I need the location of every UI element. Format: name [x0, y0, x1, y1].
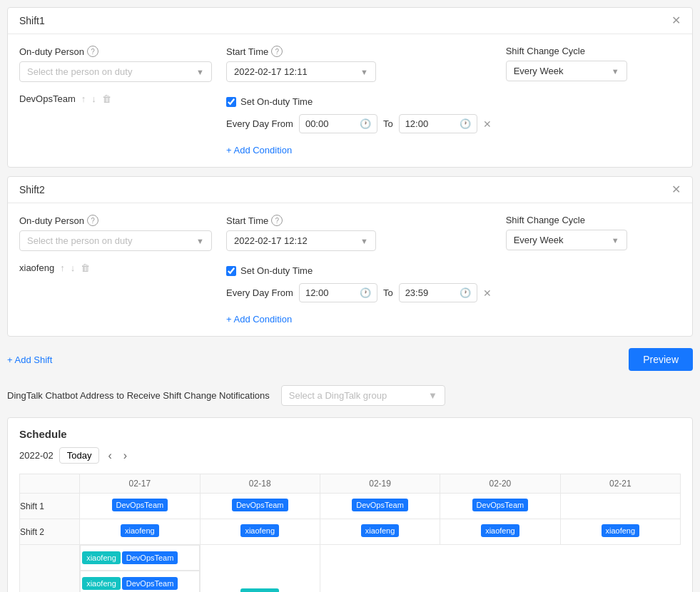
- shift2-to-time-input[interactable]: 23:59 🕐: [399, 283, 477, 302]
- dingtalk-chevron-icon: ▼: [428, 390, 437, 401]
- shift2-to-time-value: 23:59: [405, 287, 429, 298]
- schedule-col-0217: 02-17: [80, 474, 200, 494]
- shift2-duty-chevron-icon: ▼: [196, 237, 204, 245]
- schedule-shift1-chip-2: DevOpsTeam: [352, 499, 408, 511]
- shift1-cycle-chevron-icon: ▼: [612, 67, 619, 76]
- schedule-shift2-cell-4: xiaofeng: [560, 519, 680, 545]
- shift1-close-button[interactable]: ✕: [671, 15, 681, 26]
- shift2-time-chevron-icon: ▼: [360, 237, 368, 245]
- schedule-shift2-cell-3: xiaofeng: [440, 519, 560, 545]
- shift1-person-down-button[interactable]: ↓: [90, 92, 98, 106]
- shift1-onduty-checkbox[interactable]: [226, 97, 236, 107]
- schedule-scheduling-cell-0: xiaofeng DevOpsTeam: [80, 545, 199, 571]
- schedule-shift1-cell-2: DevOpsTeam: [320, 494, 440, 519]
- schedule-shift1-cell-0: DevOpsTeam: [80, 494, 200, 519]
- shift1-from-time-input[interactable]: 00:00 🕐: [299, 114, 377, 133]
- shift1-person-tag: DevOpsTeam: [19, 93, 76, 104]
- shift1-start-time-dropdown[interactable]: 2022-02-17 12:11 ▼: [226, 61, 376, 82]
- schedule-shift2-label: Shift 2: [20, 519, 80, 545]
- shift2-time-range-row: Every Day From 12:00 🕐 To 23:59 🕐 ✕: [226, 283, 492, 302]
- shift2-cycle-chevron-icon: ▼: [612, 236, 619, 245]
- schedule-header-empty: [20, 474, 80, 494]
- schedule-shift1-chip-1: DevOpsTeam: [232, 499, 288, 511]
- schedule-scheduling-chip-cyan-1: xiaofeng: [82, 577, 121, 590]
- shift2-onduty-checkbox[interactable]: [226, 266, 236, 276]
- schedule-shift1-chip-3: DevOpsTeam: [472, 499, 529, 511]
- shift1-start-time-value: 2022-02-17 12:11: [234, 66, 308, 77]
- add-shift-button[interactable]: + Add Shift: [7, 354, 52, 365]
- shift2-tag-actions: ↑ ↓ 🗑: [59, 261, 91, 275]
- dingtalk-group-dropdown[interactable]: Select a DingTalk group ▼: [281, 385, 445, 406]
- shift1-from-time-value: 00:00: [305, 118, 329, 129]
- shift1-header: Shift1 ✕: [8, 8, 692, 34]
- shift1-to-time-value: 12:00: [405, 118, 429, 129]
- schedule-month-label: 2022-02: [19, 450, 54, 461]
- schedule-shift2-chip-0: xiaofeng: [121, 524, 159, 537]
- shift1-duty-help-icon[interactable]: ?: [87, 46, 98, 57]
- shift1-cycle-group: Shift Change Cycle Every Week ▼: [506, 46, 627, 81]
- schedule-scheduling-chip-blue-1: DevOpsTeam: [122, 577, 178, 590]
- shift2-duty-help-icon[interactable]: ?: [87, 215, 98, 226]
- preview-button[interactable]: Preview: [629, 348, 693, 371]
- shift2-cycle-dropdown[interactable]: Every Week ▼: [506, 230, 627, 250]
- schedule-scheduling-chip-cyan-0: xiaofeng: [82, 551, 121, 564]
- schedule-shift2-cell-1: xiaofeng: [200, 519, 320, 545]
- shift2-duty-person-dropdown[interactable]: Select the person on duty ▼: [19, 230, 212, 251]
- shift1-add-condition-button[interactable]: + Add Condition: [226, 145, 492, 155]
- shift1-duty-person-label: On-duty Person ?: [19, 46, 212, 57]
- schedule-col-0218: 02-18: [200, 474, 320, 494]
- shift2-duty-person-label: On-duty Person ?: [19, 215, 212, 226]
- shift1-person-up-button[interactable]: ↑: [80, 92, 88, 106]
- schedule-shift2-cell-0: xiaofeng: [80, 519, 200, 545]
- schedule-col-0221: 02-21: [560, 474, 680, 494]
- shift1-checkbox-row: Set On-duty Time: [226, 96, 492, 107]
- schedule-scheduling-cell-1: xiaofeng DevOpsTeam: [80, 571, 199, 592]
- shift2-cycle-label-text: Shift Change Cycle: [506, 215, 585, 225]
- schedule-col-0219: 02-19: [320, 474, 440, 494]
- shift1-to-time-input[interactable]: 12:00 🕐: [399, 114, 477, 133]
- bottom-actions-bar: + Add Shift Preview: [7, 345, 693, 374]
- shift1-to-label: To: [383, 118, 393, 129]
- shift2-time-help-icon[interactable]: ?: [271, 215, 283, 226]
- shift1-remove-time-button[interactable]: ✕: [483, 118, 492, 130]
- shift2-close-button[interactable]: ✕: [671, 184, 681, 195]
- dingtalk-label: DingTalk Chatbot Address to Receive Shif…: [7, 390, 270, 401]
- shift2-start-time-group: Start Time ? 2022-02-17 12:12 ▼ Set On-d…: [226, 215, 492, 325]
- shift2-person-delete-button[interactable]: 🗑: [79, 261, 91, 275]
- shift2-start-time-dropdown[interactable]: 2022-02-17 12:12 ▼: [226, 230, 376, 251]
- shift1-time-help-icon[interactable]: ?: [271, 46, 283, 57]
- shift2-person-up-button[interactable]: ↑: [59, 261, 66, 275]
- shift1-cycle-value: Every Week: [514, 66, 564, 76]
- schedule-nav: 2022-02 Today ‹ ›: [19, 447, 681, 464]
- shift1-onduty-section: Set On-duty Time Every Day From 00:00 🕐 …: [226, 96, 492, 133]
- schedule-prev-button[interactable]: ‹: [105, 448, 114, 464]
- shift2-cycle-label: Shift Change Cycle: [506, 215, 627, 225]
- schedule-next-button[interactable]: ›: [121, 448, 130, 464]
- schedule-shift2-chip-1: xiaofeng: [240, 524, 279, 537]
- shift2-onduty-section: Set On-duty Time Every Day From 12:00 🕐 …: [226, 265, 492, 302]
- shift1-cycle-dropdown[interactable]: Every Week ▼: [506, 61, 627, 81]
- shift2-add-condition-button[interactable]: + Add Condition: [226, 314, 492, 325]
- shift1-person-delete-button[interactable]: 🗑: [101, 92, 113, 106]
- shift2-remove-time-button[interactable]: ✕: [483, 287, 492, 299]
- dingtalk-placeholder: Select a DingTalk group: [289, 390, 387, 401]
- schedule-scheduling-chip-cyan-4: xiaofeng: [240, 588, 279, 592]
- shift2-cycle-value: Every Week: [514, 235, 564, 245]
- schedule-scheduling-row: Scheduling xiaofeng DevOpsTeam xiaofeng …: [20, 545, 681, 593]
- schedule-shift2-row: Shift 2 xiaofeng xiaofeng xiaofeng xiaof…: [20, 519, 681, 545]
- shift1-to-clock-icon: 🕐: [460, 118, 471, 129]
- shift1-person-tag-row: DevOpsTeam ↑ ↓ 🗑: [19, 92, 212, 106]
- shift1-from-clock-icon: 🕐: [360, 118, 371, 129]
- shift1-card: Shift1 ✕ On-duty Person ? Select the per…: [7, 7, 693, 168]
- shift2-start-time-label: Start Time ?: [226, 215, 492, 226]
- shift2-duty-placeholder: Select the person on duty: [27, 235, 132, 246]
- schedule-title: Schedule: [19, 428, 681, 440]
- shift1-duty-person-dropdown[interactable]: Select the person on duty ▼: [19, 61, 212, 82]
- shift2-title: Shift2: [19, 184, 45, 195]
- shift2-person-down-button[interactable]: ↓: [69, 261, 77, 275]
- schedule-today-button[interactable]: Today: [59, 447, 100, 464]
- shift2-from-time-input[interactable]: 12:00 🕐: [299, 283, 377, 302]
- shift2-cycle-group: Shift Change Cycle Every Week ▼: [506, 215, 627, 250]
- shift1-cycle-label: Shift Change Cycle: [506, 46, 627, 56]
- shift1-duty-person-group: On-duty Person ? Select the person on du…: [19, 46, 212, 106]
